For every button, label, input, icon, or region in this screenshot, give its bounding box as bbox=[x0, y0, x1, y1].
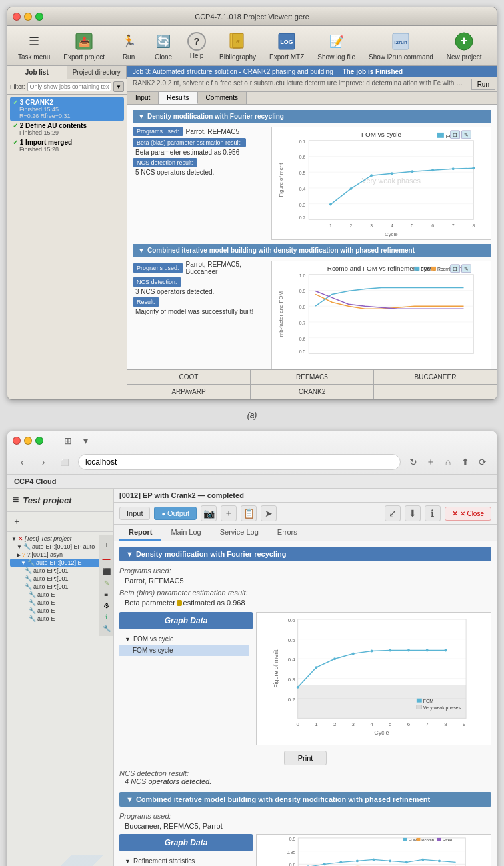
add-icon-b[interactable]: ＋ bbox=[221, 505, 237, 521]
share-btn[interactable]: ⬜ bbox=[57, 454, 73, 470]
tree-item-sub6[interactable]: 🔧 auto-E bbox=[10, 607, 111, 615]
min-btn-a[interactable] bbox=[24, 13, 32, 21]
history-btn[interactable]: ⟳ bbox=[475, 455, 490, 469]
report-tab-errors[interactable]: Errors bbox=[268, 525, 307, 541]
svg-rect-107 bbox=[298, 838, 465, 866]
minus-icon-strip[interactable]: — bbox=[103, 555, 111, 564]
info-icon-strip[interactable]: ℹ bbox=[105, 613, 108, 621]
graph-item-fom-child[interactable]: FOM vs cycle bbox=[119, 645, 249, 656]
run-pipeline-btn[interactable]: Run bbox=[471, 79, 495, 90]
edit-icon-strip[interactable]: ✎ bbox=[104, 579, 109, 587]
tab-results-a[interactable]: Results bbox=[159, 92, 197, 104]
reload-btn[interactable]: ↻ bbox=[406, 455, 421, 469]
nav-coot[interactable]: COOT bbox=[127, 370, 251, 384]
close-btn-b[interactable] bbox=[13, 437, 21, 445]
svg-text:1.0: 1.0 bbox=[299, 273, 306, 278]
add-job-btn[interactable]: ＋ bbox=[10, 515, 111, 529]
close-btn-a[interactable] bbox=[13, 13, 21, 21]
tree-item-sub2[interactable]: 🔧 auto-EP:[001 bbox=[10, 575, 111, 583]
report-tabs-b: Report Main Log Service Log Errors bbox=[114, 525, 497, 541]
home-btn[interactable]: ⌂ bbox=[441, 455, 455, 469]
nav-buccaneer[interactable]: BUCCANEER bbox=[374, 370, 497, 384]
tree-item-0012[interactable]: ▼ 🔧 auto-EP:[0012] E bbox=[10, 559, 111, 567]
tab-comments-a[interactable]: Comments bbox=[198, 92, 247, 104]
export-project-label: Export project bbox=[63, 53, 105, 61]
input-tab-btn-b[interactable]: Input bbox=[119, 507, 150, 520]
s2-programs-val-a: Parrot, REFMAC5, Buccaneer bbox=[186, 261, 266, 275]
dropdown-btn[interactable]: ▾ bbox=[78, 433, 93, 448]
filter-dropdown-btn[interactable]: ▼ bbox=[113, 81, 124, 92]
report-tab-main-log[interactable]: Main Log bbox=[161, 525, 210, 541]
show-i2run-btn[interactable]: i2run Show i2run command bbox=[363, 28, 439, 63]
job-item-2[interactable]: ✓ 2 Define AU contents Finished 15:29 bbox=[10, 121, 124, 137]
nav-arpwarp[interactable]: ARP/wARP bbox=[127, 385, 251, 399]
tree-item-sub7[interactable]: 🔧 auto-E bbox=[10, 615, 111, 623]
tree-item-sub3[interactable]: 🔧 auto-EP:[001 bbox=[10, 583, 111, 591]
expand-icon-b[interactable]: ⤢ bbox=[385, 505, 401, 521]
job-item-3[interactable]: ✓ 3 CRANK2 Finished 15:45 R=0.26 Rfree=0… bbox=[10, 97, 124, 121]
job-item-1[interactable]: ✓ 1 Import merged Finished 15:28 bbox=[10, 137, 124, 154]
report-tab-service-log[interactable]: Service Log bbox=[211, 525, 268, 541]
tree-item-sub4[interactable]: 🔧 auto-E bbox=[10, 591, 111, 599]
copy-icon-b[interactable]: 📋 bbox=[241, 505, 257, 521]
tree-root[interactable]: ▼ ✕ [Test] Test project bbox=[10, 535, 111, 543]
help-btn[interactable]: ? Help bbox=[182, 29, 211, 62]
max-btn-a[interactable] bbox=[35, 13, 43, 21]
bibliography-btn[interactable]: R Bibliography bbox=[214, 28, 261, 63]
back-btn[interactable]: ‹ bbox=[14, 454, 30, 470]
graph-item-s2-label-1: Refinement statistics bbox=[133, 857, 195, 865]
share2-btn[interactable]: ⬆ bbox=[458, 455, 473, 469]
run-btn[interactable]: 🏃 Run bbox=[113, 28, 145, 63]
graph-item-s2-1[interactable]: ▼ Refinement statistics bbox=[119, 855, 249, 866]
tree-item-sub5[interactable]: 🔧 auto-E bbox=[10, 599, 111, 607]
forward-btn[interactable]: › bbox=[35, 454, 51, 470]
tab-input-a[interactable]: Input bbox=[127, 92, 159, 104]
export-project-btn[interactable]: 📤 Export project bbox=[58, 28, 110, 63]
close-panel-btn-b[interactable]: ✕ ✕ Close bbox=[445, 507, 491, 521]
tab-job-list[interactable]: Job list bbox=[7, 66, 67, 79]
list-icon-strip[interactable]: ≡ bbox=[105, 591, 109, 598]
arrow-icon-b[interactable]: ➤ bbox=[261, 505, 277, 521]
square-icon-strip[interactable]: ⬛ bbox=[103, 568, 111, 575]
nav-refmac5[interactable]: REFMAC5 bbox=[251, 370, 374, 384]
svg-rect-105 bbox=[417, 705, 422, 709]
info-icon-b[interactable]: ℹ bbox=[425, 505, 441, 521]
chart1-svg-b: 0.6 0.5 0.4 0.3 0.2 0 1 2 3 4 5 bbox=[257, 613, 491, 745]
export-mtz-btn[interactable]: LOG Export MTZ bbox=[264, 28, 309, 63]
svg-text:0.4: 0.4 bbox=[299, 187, 306, 191]
gear-icon-strip[interactable]: ⚙ bbox=[103, 602, 109, 609]
tree-item-sub1[interactable]: 🔧 auto-EP:[001 bbox=[10, 567, 111, 575]
tree-item-0011[interactable]: ▶ ? ?:[0011] asyn bbox=[10, 551, 111, 559]
graph-data-box-b1: Graph Data bbox=[119, 612, 253, 629]
new-project-btn[interactable]: + New project bbox=[441, 28, 487, 63]
svg-text:7: 7 bbox=[425, 721, 428, 727]
svg-text:0.7: 0.7 bbox=[299, 321, 306, 325]
max-btn-b[interactable] bbox=[35, 437, 43, 445]
download-icon-b[interactable]: ⬇ bbox=[405, 505, 421, 521]
graph-item-fom-parent[interactable]: ▼ FOM vs cycle bbox=[119, 633, 249, 645]
filter-input[interactable] bbox=[27, 82, 112, 91]
svg-point-102 bbox=[444, 649, 447, 651]
min-btn-b[interactable] bbox=[24, 437, 32, 445]
output-tab-btn-b[interactable]: ● Output bbox=[154, 507, 197, 520]
arrow-0011: ▶ bbox=[17, 552, 21, 558]
icon-0010: 🔧 bbox=[23, 543, 31, 550]
grid-view-btn[interactable]: ⊞ bbox=[61, 433, 75, 448]
clone-btn[interactable]: 🔄 Clone bbox=[147, 28, 179, 63]
nav-crank2[interactable]: CRANK2 bbox=[251, 385, 374, 399]
hamburger-icon[interactable]: ≡ bbox=[13, 494, 19, 506]
add-tab-btn[interactable]: ＋ bbox=[423, 455, 438, 469]
camera-icon-b[interactable]: 📷 bbox=[201, 505, 217, 521]
url-bar[interactable] bbox=[78, 454, 401, 470]
help-icon: ? bbox=[187, 32, 206, 51]
task-menu-btn[interactable]: ☰ Task menu bbox=[13, 28, 55, 63]
show-log-btn[interactable]: 📝 Show log file bbox=[312, 28, 361, 63]
tree-item-0010[interactable]: ▼ 🔧 auto-EP:[0010] EP auto bbox=[10, 543, 111, 551]
wrench-icon-strip[interactable]: 🔧 bbox=[103, 625, 111, 632]
report-tab-report[interactable]: Report bbox=[119, 525, 161, 541]
s2-result-label-a: Result: bbox=[133, 297, 159, 307]
print-btn-b[interactable]: Print bbox=[284, 751, 327, 765]
filter-label: Filter: bbox=[10, 83, 25, 90]
tab-project-directory[interactable]: Project directory bbox=[67, 66, 127, 79]
plus-icon-strip[interactable]: ＋ bbox=[103, 539, 111, 551]
